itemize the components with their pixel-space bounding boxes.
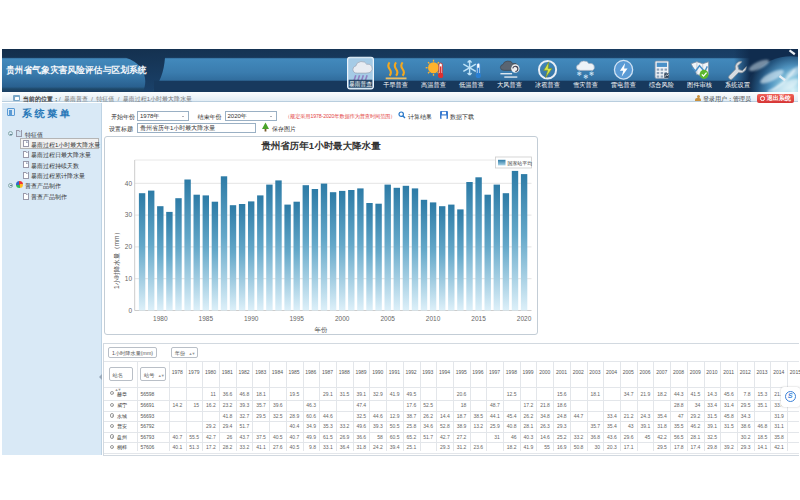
svg-text:2010: 2010: [425, 315, 440, 322]
svg-text:雪灾普查: 雪灾普查: [573, 81, 598, 89]
svg-text:干旱普查: 干旱普查: [383, 81, 408, 89]
svg-text:贵州省历年1小时最大降水量: 贵州省历年1小时最大降水量: [261, 140, 381, 151]
svg-text:30: 30: [124, 211, 132, 218]
svg-text:雷电普查: 雷电普查: [611, 81, 636, 89]
svg-text:高温普查: 高温普查: [421, 81, 446, 89]
svg-text:系统设置: 系统设置: [725, 81, 750, 89]
svg-text:1985: 1985: [198, 315, 213, 322]
svg-text:1995: 1995: [289, 315, 304, 322]
svg-text:2005: 2005: [380, 315, 395, 322]
svg-text:2020: 2020: [516, 315, 531, 322]
svg-text:1990: 1990: [243, 315, 258, 322]
svg-text:1980: 1980: [153, 315, 168, 322]
svg-text:暴雨普查: 暴雨普查: [349, 80, 372, 88]
svg-text:图件审核: 图件审核: [687, 81, 712, 89]
svg-text:国家站平均: 国家站平均: [507, 160, 532, 167]
svg-text:40: 40: [124, 180, 132, 187]
svg-text:0: 0: [128, 307, 132, 314]
svg-text:大风普查: 大风普查: [497, 81, 522, 89]
svg-text:冰雹普查: 冰雹普查: [535, 81, 560, 89]
svg-text:1小时降水量（mm）: 1小时降水量（mm）: [113, 229, 121, 289]
svg-text:2000: 2000: [334, 315, 349, 322]
svg-text:低温普查: 低温普查: [459, 81, 484, 89]
svg-text:20: 20: [124, 243, 132, 250]
svg-text:10: 10: [124, 275, 132, 282]
svg-text:年份: 年份: [314, 326, 328, 334]
svg-text:贵州省气象灾害风险评估与区划系统: 贵州省气象灾害风险评估与区划系统: [6, 65, 147, 75]
svg-text:综合风险: 综合风险: [649, 81, 674, 89]
svg-text:2015: 2015: [471, 315, 486, 322]
